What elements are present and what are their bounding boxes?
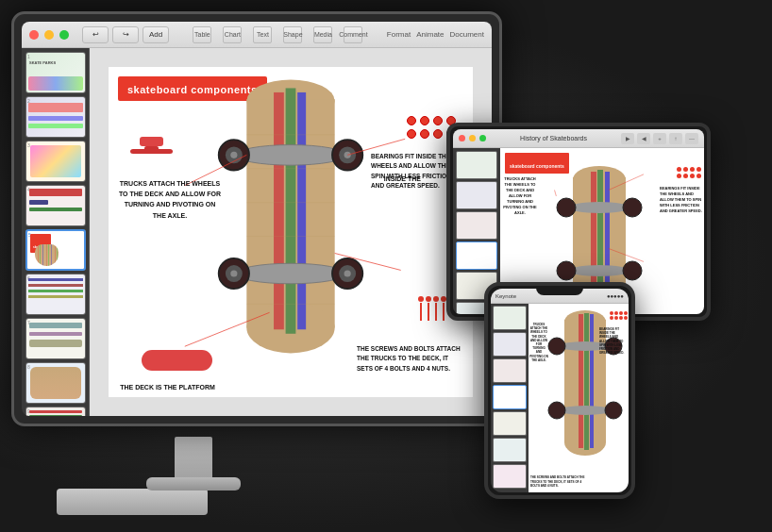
svg-point-23 [226,265,243,282]
svg-rect-5 [297,92,306,329]
chart-icon[interactable]: Chart [223,26,242,43]
svg-point-54 [623,261,642,280]
redo-button[interactable]: ↪ [112,26,139,43]
tablet-play-btn[interactable]: ▶ [621,133,634,144]
slide-thumbnail-7[interactable]: 7 [25,318,86,359]
slide-thumbnail-3[interactable]: 3 [25,141,86,182]
table-icon[interactable]: Table [193,26,211,43]
tablet-thumb-2[interactable] [456,181,497,209]
slide-thumbnail-1[interactable]: 1 SKATE PARKS [25,52,86,93]
document-label[interactable]: Document [450,30,484,39]
svg-rect-12 [265,147,316,162]
slide-thumbnail-4[interactable]: 4 [25,185,86,226]
phone-main-slide: TRUCKS ATTACH THE WHEELS TO THE DECK AND… [529,304,629,492]
svg-rect-1 [246,99,334,327]
svg-rect-63 [590,314,594,448]
phone-thumb-2[interactable] [493,332,527,357]
undo-button[interactable]: ↩ [82,26,109,43]
slide-main: skateboard components [109,67,473,397]
tablet-trucks-text: TRUCKS ATTACH THE WHEELS TO THE DECK AND… [502,176,538,216]
toolbar-center: Table Chart Text Shape Media Comment [175,26,381,43]
toolbar-actions: ↩ ↪ Add [82,26,169,43]
phone: Keynote ●●●●● [484,282,635,499]
phone-thumb-3[interactable] [493,358,527,383]
add-button[interactable]: Add [143,26,169,43]
svg-line-31 [335,253,401,270]
slide-thumbnail-9[interactable]: 9 [25,407,86,416]
phone-thumb-4-active[interactable] [493,385,527,409]
slide-canvas: skateboard components [90,48,492,416]
tablet-back-btn[interactable]: ◀ [637,133,650,144]
svg-point-65 [548,338,565,355]
tablet-thumb-4-active[interactable] [456,241,497,270]
phone-bearings [610,311,628,320]
svg-point-24 [230,270,237,276]
phone-notch [536,286,583,295]
svg-point-21 [236,263,346,284]
tablet-thumb-3[interactable] [456,211,497,240]
phone-thumb-7[interactable] [493,464,527,489]
screws-label: THE SCREWS AND BOLTS ATTACH THE TRUCKS T… [357,344,465,374]
svg-point-36 [426,296,431,302]
svg-line-30 [185,312,270,346]
svg-rect-3 [274,92,284,329]
phone-trucks-text: TRUCKS ATTACH THE WHEELS TO THE DECK AND… [529,323,548,362]
phone-screen: Keynote ●●●●● [491,289,629,492]
svg-point-69 [605,402,622,419]
tablet-more-btn[interactable]: ⋯ [685,133,698,144]
tablet-title: History of Skateboards [490,135,617,141]
svg-rect-62 [584,313,589,450]
format-label[interactable]: Format [387,30,411,39]
macos-toolbar: ↩ ↪ Add Table Chart Text Shape Media Com… [22,22,492,48]
svg-point-18 [339,146,356,163]
svg-point-15 [226,146,243,163]
slide-panel[interactable]: 1 SKATE PARKS 2 [22,48,90,416]
truck-diagram [126,135,177,181]
tablet-add-btn[interactable]: + [653,133,666,144]
tablet-thumb-1[interactable] [456,151,497,179]
tablet-bearings-text: BEARINGS FIT INSIDE THE WHEELS AND ALLOW… [660,186,702,214]
tablet-maximize[interactable] [479,135,486,141]
monitor: ↩ ↪ Add Table Chart Text Shape Media Com… [11,11,502,426]
phone-battery: ●●●●● [607,293,624,299]
deck-label: THE DECK IS THE PLATFORM [113,382,222,392]
tablet-minimize[interactable] [469,135,476,141]
svg-point-2 [246,303,334,354]
shape-icon[interactable]: Shape [283,26,302,43]
comment-icon[interactable]: Comment [344,26,362,43]
svg-point-37 [433,296,439,302]
screws-diagram [416,294,449,326]
phone-thumb-1[interactable] [493,306,527,330]
svg-point-22 [219,258,249,289]
phone-carrier: Keynote [495,293,516,299]
svg-point-50 [557,198,576,217]
phone-bearings-text: BEARINGS FIT INSIDE THE WHEELS AND ALLOW… [599,327,628,355]
svg-point-13 [236,145,346,166]
slide-thumbnail-5[interactable]: 5 skateboard [25,229,86,271]
slide-thumbnail-8[interactable]: 8 [25,362,86,404]
slide-thumbnail-6[interactable]: 6 [25,274,86,315]
close-button[interactable] [29,30,39,40]
phone-slide-panel[interactable] [491,304,529,492]
maximize-button[interactable] [59,30,69,40]
monitor-stand-base [146,477,241,490]
svg-point-35 [418,296,424,302]
tablet-share-btn[interactable]: ↑ [669,133,682,144]
phone-thumb-6[interactable] [493,438,527,462]
text-icon[interactable]: Text [253,26,272,43]
animate-label[interactable]: Animate [416,30,444,39]
keynote-content: 1 SKATE PARKS 2 [22,48,492,416]
svg-point-51 [623,198,642,217]
phone-screws-text: THE SCREWS AND BOLTS ATTACH THE TRUCKS T… [530,475,587,488]
tablet-toolbar-right: ▶ ◀ + ↑ ⋯ [621,133,698,144]
inside-the-label: INSIDE THE [384,175,421,182]
trucks-label: TRUCKS ATTACH THE WHEELS TO THE DECK AND… [118,178,222,221]
tablet-close[interactable] [459,135,465,141]
slide-thumbnail-2[interactable]: 2 [25,96,86,138]
minimize-button[interactable] [44,30,54,40]
monitor-screen: ↩ ↪ Add Table Chart Text Shape Media Com… [22,22,492,416]
mac-mini [57,489,208,515]
media-icon[interactable]: Media [313,26,332,43]
svg-point-16 [230,152,237,158]
phone-thumb-5[interactable] [493,411,527,436]
